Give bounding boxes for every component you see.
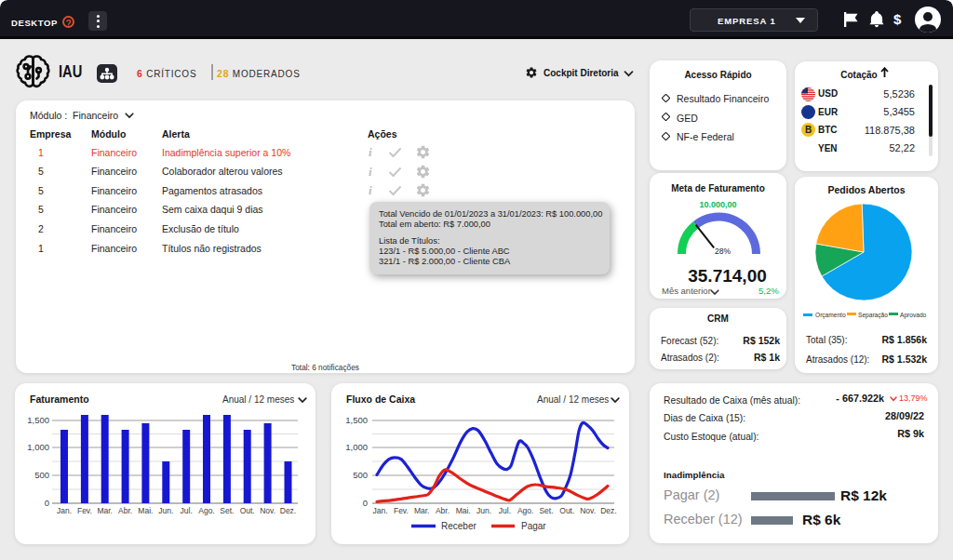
svg-text:Nov.: Nov. — [580, 506, 596, 515]
svg-text:Out.: Out. — [240, 506, 255, 515]
svg-text:0: 0 — [45, 498, 49, 508]
svg-text:500: 500 — [353, 470, 368, 480]
svg-text:Set.: Set. — [539, 506, 553, 515]
svg-text:Jun.: Jun. — [476, 506, 491, 515]
svg-text:Mai.: Mai. — [138, 506, 153, 515]
svg-text:Jul.: Jul. — [181, 506, 193, 515]
svg-text:Jun.: Jun. — [158, 506, 173, 515]
svg-text:1,500: 1,500 — [345, 415, 368, 425]
svg-text:Fev.: Fev. — [77, 506, 92, 515]
svg-text:Dez.: Dez. — [280, 506, 296, 515]
svg-text:Pagar: Pagar — [521, 521, 546, 531]
svg-text:500: 500 — [34, 470, 49, 480]
svg-text:Jan.: Jan. — [373, 506, 388, 515]
svg-text:Jan.: Jan. — [57, 506, 72, 515]
svg-text:0: 0 — [363, 498, 368, 508]
svg-text:1,000: 1,000 — [345, 442, 368, 452]
svg-text:Ago.: Ago. — [198, 506, 215, 515]
svg-text:Mar.: Mar. — [414, 506, 430, 515]
svg-text:Nov.: Nov. — [260, 506, 275, 515]
svg-text:Receber: Receber — [441, 521, 476, 531]
svg-text:Set.: Set. — [220, 506, 234, 515]
svg-text:Abr.: Abr. — [436, 506, 450, 515]
svg-text:Jul.: Jul. — [499, 506, 511, 515]
svg-text:Out.: Out. — [559, 506, 574, 515]
svg-text:Dez.: Dez. — [600, 506, 616, 515]
svg-text:Abr.: Abr. — [118, 506, 132, 515]
svg-text:Ago.: Ago. — [517, 506, 534, 515]
svg-text:1,500: 1,500 — [27, 415, 49, 425]
svg-text:Fev.: Fev. — [394, 506, 409, 515]
svg-text:1,000: 1,000 — [27, 442, 49, 452]
svg-text:Mai.: Mai. — [456, 506, 471, 515]
svg-text:Mar.: Mar. — [97, 506, 113, 515]
